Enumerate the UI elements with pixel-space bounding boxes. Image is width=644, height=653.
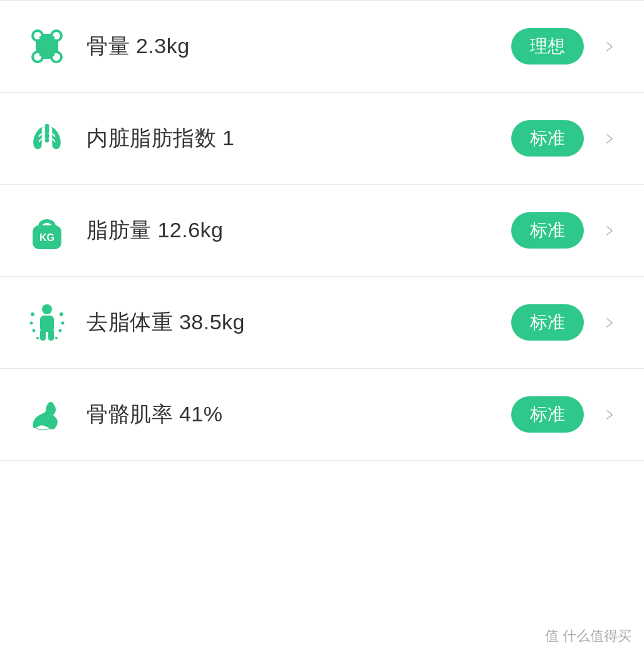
list-item[interactable]: KG 脂肪量 12.6kg 标准 ﹥ xyxy=(0,185,644,277)
svg-point-22 xyxy=(59,329,62,332)
svg-point-21 xyxy=(33,329,36,332)
list-item[interactable]: 去脂体重 38.5kg 标准 ﹥ xyxy=(0,277,644,369)
lean-mass-icon xyxy=(25,301,69,344)
skeletal-muscle-label: 骨骼肌率 41% xyxy=(86,400,511,429)
svg-point-23 xyxy=(36,337,39,339)
list-item[interactable]: 内脏脂肪指数 1 标准 ﹥ xyxy=(0,93,644,185)
fat-mass-status: 标准 xyxy=(511,212,584,249)
svg-rect-15 xyxy=(40,329,46,341)
svg-rect-9 xyxy=(39,36,55,56)
visceral-fat-icon xyxy=(25,116,69,160)
svg-point-19 xyxy=(30,322,33,325)
skeletal-muscle-icon xyxy=(25,393,69,436)
bone-mass-label: 骨量 2.3kg xyxy=(86,32,511,61)
lean-mass-label: 去脂体重 38.5kg xyxy=(86,308,511,337)
fat-mass-icon: KG xyxy=(25,208,69,252)
watermark: 值 什么值得买 xyxy=(545,627,631,645)
chevron-right-icon: ﹥ xyxy=(601,219,619,242)
svg-point-24 xyxy=(55,337,58,339)
fat-mass-label: 脂肪量 12.6kg xyxy=(86,216,511,245)
bone-mass-status: 理想 xyxy=(511,28,584,64)
skeletal-muscle-status: 标准 xyxy=(511,396,584,433)
chevron-right-icon: ﹥ xyxy=(601,403,619,426)
visceral-fat-status: 标准 xyxy=(511,120,584,157)
chevron-right-icon: ﹥ xyxy=(601,34,619,58)
svg-point-18 xyxy=(60,312,63,316)
svg-text:KG: KG xyxy=(39,232,55,243)
svg-point-13 xyxy=(42,304,52,314)
chevron-right-icon: ﹥ xyxy=(601,311,619,334)
list-item[interactable]: 骨骼肌率 41% 标准 ﹥ xyxy=(0,369,644,461)
svg-point-25 xyxy=(46,403,56,416)
svg-point-17 xyxy=(31,312,34,316)
list-item[interactable]: 骨量 2.3kg 理想 ﹥ xyxy=(0,0,644,93)
svg-rect-16 xyxy=(48,329,54,341)
visceral-fat-label: 内脏脂肪指数 1 xyxy=(86,124,511,153)
chevron-right-icon: ﹥ xyxy=(601,126,619,150)
svg-point-20 xyxy=(61,322,65,325)
bone-mass-icon xyxy=(25,24,69,68)
health-metrics-list: 骨量 2.3kg 理想 ﹥ 内脏脂肪指数 1 标准 ﹥ xyxy=(0,0,644,461)
lean-mass-status: 标准 xyxy=(511,304,584,341)
